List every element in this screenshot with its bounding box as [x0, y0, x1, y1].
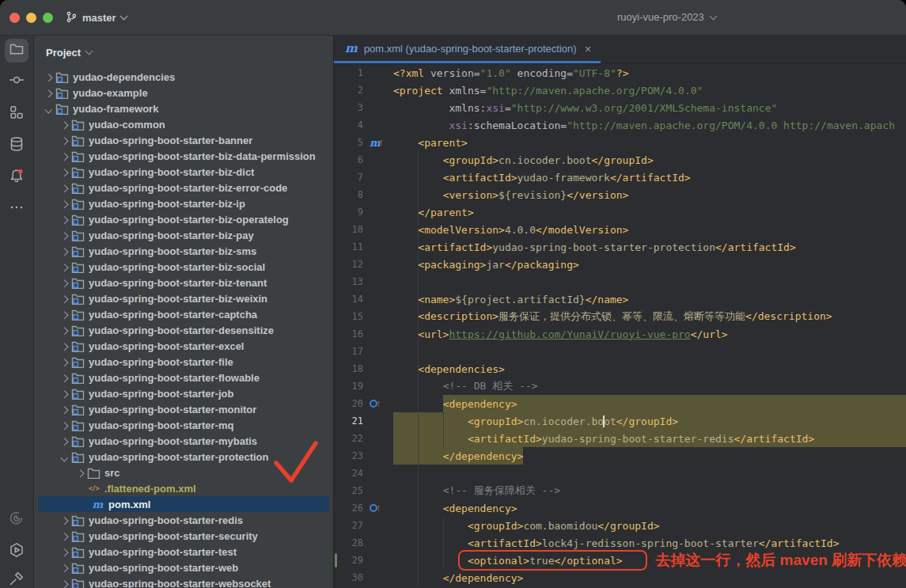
chevron-right-icon[interactable]	[58, 214, 70, 226]
code-line[interactable]: 28 <artifactId>lock4j-redisson-spring-bo…	[334, 534, 906, 552]
chevron-right-icon[interactable]	[58, 198, 70, 210]
tree-item[interactable]: yudao-spring-boot-starter-biz-error-code	[34, 180, 333, 195]
chevron-down-icon[interactable]	[42, 103, 55, 115]
code-line[interactable]: 10 <modelVersion>4.0.0</modelVersion>	[334, 221, 906, 238]
code-line[interactable]: 4 xsi:schemaLocation="http://maven.apach…	[334, 116, 906, 134]
code-line[interactable]: 17	[334, 343, 906, 360]
chevron-right-icon[interactable]	[58, 135, 70, 146]
code-line[interactable]: 9 </parent>	[334, 203, 906, 221]
maven-parent-gutter-icon[interactable]: m↑	[368, 134, 393, 151]
code-line[interactable]: 23 </dependency>	[334, 447, 906, 465]
code-line[interactable]: 20↑ <dependency>	[334, 395, 906, 412]
chevron-right-icon[interactable]	[58, 293, 70, 305]
chevron-right-icon[interactable]	[58, 150, 70, 162]
code-line[interactable]: 19 <!-- DB 相关 -->	[334, 377, 906, 395]
chevron-right-icon[interactable]	[58, 530, 70, 542]
tree-item[interactable]: yudao-spring-boot-starter-biz-ip	[34, 195, 333, 211]
code-line[interactable]: 22 <artifactId>yudao-spring-boot-starter…	[334, 430, 906, 447]
tree-item[interactable]: src	[34, 465, 333, 480]
code-line[interactable]: 8 <version>${revision}</version>	[334, 186, 906, 203]
code-line[interactable]: 14 <name>${project.artifactId}</name>	[334, 290, 906, 308]
minimize-window-button[interactable]	[26, 13, 36, 23]
tree-item[interactable]: yudao-spring-boot-starter-file	[34, 354, 333, 370]
notifications-tool-button[interactable]	[0, 163, 33, 192]
tree-item[interactable]: yudao-spring-boot-starter-test	[34, 544, 333, 560]
code-line[interactable]: 27 <groupId>com.baomidou</groupId>	[334, 517, 906, 534]
code-line[interactable]: 21 <groupId>cn.iocoder.boot</groupId>	[334, 412, 906, 430]
code-line[interactable]: 1<?xml version="1.0" encoding="UTF-8"?>	[334, 64, 906, 82]
tree-item[interactable]: yudao-dependencies	[34, 69, 333, 85]
close-window-button[interactable]	[9, 13, 20, 23]
tree-item[interactable]: yudao-spring-boot-starter-desensitize	[34, 322, 333, 338]
chevron-right-icon[interactable]	[58, 230, 70, 241]
tree-item[interactable]: yudao-spring-boot-starter-mybatis	[34, 433, 333, 449]
code-line[interactable]: 6 <groupId>cn.iocoder.boot</groupId>	[334, 151, 906, 169]
project-title-dropdown[interactable]: ruoyi-vue-pro-2023	[617, 11, 716, 23]
tree-item[interactable]: yudao-spring-boot-starter-websocket	[34, 575, 333, 588]
code-line[interactable]: 2<project xmlns="http://maven.apache.org…	[334, 82, 906, 99]
tree-item[interactable]: yudao-spring-boot-starter-biz-data-permi…	[34, 148, 333, 164]
chevron-right-icon[interactable]	[58, 340, 70, 352]
commit-tool-button[interactable]	[0, 67, 33, 96]
project-tool-button[interactable]	[5, 39, 28, 63]
services-tool-button[interactable]	[0, 537, 33, 566]
tree-item[interactable]: yudao-spring-boot-starter-biz-social	[34, 259, 333, 275]
tree-item[interactable]: yudao-spring-boot-starter-banner	[34, 132, 333, 148]
chevron-right-icon[interactable]	[74, 467, 86, 479]
tree-item[interactable]: yudao-spring-boot-starter-biz-sms	[34, 243, 333, 259]
chevron-right-icon[interactable]	[58, 277, 70, 289]
code-line[interactable]: 7 <artifactId>yudao-framework</artifactI…	[334, 169, 906, 186]
code-line[interactable]: 18 <dependencies>	[334, 360, 906, 377]
chevron-right-icon[interactable]	[58, 514, 70, 526]
code-line[interactable]: 5m↑ <parent>	[334, 134, 906, 151]
chevron-right-icon[interactable]	[58, 419, 70, 431]
build-tool-button[interactable]	[0, 566, 33, 588]
tree-item[interactable]: yudao-spring-boot-starter-flowable	[34, 370, 333, 385]
code-line[interactable]: 25 <!-- 服务保障相关 -->	[334, 482, 906, 499]
tree-item[interactable]: yudao-spring-boot-starter-biz-tenant	[34, 275, 333, 290]
tree-item[interactable]: yudao-spring-boot-starter-security	[34, 528, 333, 544]
tree-item[interactable]: yudao-spring-boot-starter-biz-operatelog	[34, 211, 333, 227]
chevron-right-icon[interactable]	[58, 324, 70, 336]
chevron-right-icon[interactable]	[58, 404, 70, 415]
code-line[interactable]: 30 </dependency>	[334, 569, 906, 586]
chevron-right-icon[interactable]	[58, 435, 70, 447]
tree-item[interactable]: yudao-spring-boot-starter-web	[34, 560, 333, 575]
code-line[interactable]: 26↑ <dependency>	[334, 499, 906, 517]
chevron-right-icon[interactable]	[58, 309, 70, 321]
zoom-window-button[interactable]	[43, 13, 53, 23]
code-line[interactable]: 29 <optional>true</optional>去掉这一行，然后 mav…	[334, 552, 906, 569]
tree-item[interactable]: yudao-spring-boot-starter-redis	[34, 512, 333, 528]
chevron-right-icon[interactable]	[58, 578, 70, 588]
tree-item[interactable]: yudao-spring-boot-starter-excel	[34, 338, 333, 354]
dependency-gutter-icon[interactable]: ↑	[368, 499, 393, 517]
chevron-right-icon[interactable]	[58, 388, 70, 400]
code-line[interactable]: 3 xmlns:xsi="http://www.w3.org/2001/XMLS…	[334, 99, 906, 116]
tree-item[interactable]: yudao-spring-boot-starter-job	[34, 385, 333, 401]
tree-item[interactable]: yudao-spring-boot-starter-biz-pay	[34, 227, 333, 243]
code-line[interactable]: 15 <description>服务保证，提供分布式锁、幂等、限流、熔断等等功能…	[334, 308, 906, 325]
project-panel-header[interactable]: Project	[34, 36, 333, 69]
code-line[interactable]: 13	[334, 273, 906, 290]
code-line[interactable]: 24	[334, 465, 906, 482]
tree-item[interactable]: yudao-spring-boot-starter-monitor	[34, 401, 333, 417]
chevron-right-icon[interactable]	[58, 182, 70, 194]
chevron-right-icon[interactable]	[58, 562, 70, 574]
tree-item[interactable]: yudao-spring-boot-starter-biz-weixin	[34, 290, 333, 306]
tree-item[interactable]: yudao-spring-boot-starter-protection	[34, 449, 333, 465]
git-branch-widget[interactable]: master	[65, 8, 127, 27]
tree-item[interactable]: mpom.xml	[38, 496, 329, 512]
tree-item[interactable]: yudao-spring-boot-starter-mq	[34, 417, 333, 433]
tab-pom-xml[interactable]: m pom.xml (yudao-spring-boot-starter-pro…	[334, 36, 601, 63]
more-tools-button[interactable]	[0, 195, 33, 223]
chevron-right-icon[interactable]	[58, 166, 70, 178]
structure-tool-button[interactable]	[0, 100, 33, 128]
tree-item[interactable]: yudao-framework	[34, 101, 333, 116]
tree-item[interactable]: yudao-common	[34, 116, 333, 132]
tree-item[interactable]: yudao-spring-boot-starter-captcha	[34, 306, 333, 322]
chevron-right-icon[interactable]	[58, 546, 70, 558]
tree-item[interactable]: </>.flattened-pom.xml	[34, 480, 333, 496]
tree-item[interactable]: yudao-example	[34, 85, 333, 101]
profiler-tool-button[interactable]	[0, 506, 33, 534]
database-tool-button[interactable]	[0, 131, 33, 160]
